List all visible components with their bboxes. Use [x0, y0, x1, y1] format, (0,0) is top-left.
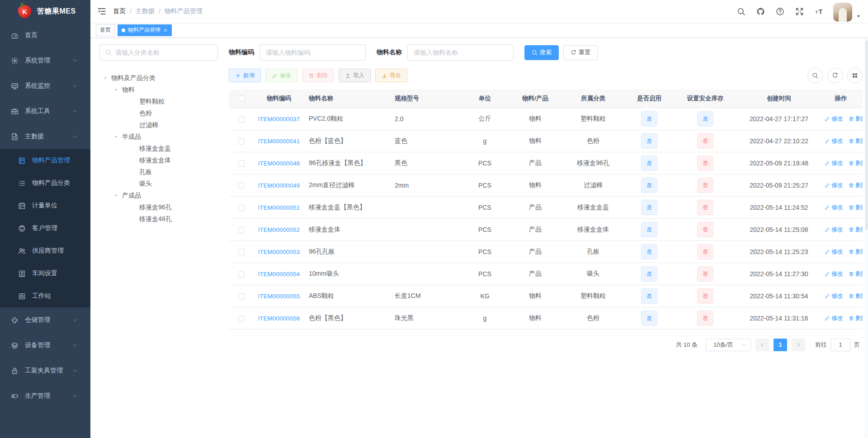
- tree-expand-icon[interactable]: [113, 134, 119, 140]
- row-delete-link[interactable]: 删除: [849, 248, 863, 256]
- github-icon[interactable]: [756, 7, 765, 16]
- breadcrumb-item[interactable]: 首页: [113, 7, 126, 15]
- prev-page-button[interactable]: [755, 339, 769, 351]
- row-edit-link[interactable]: 修改: [825, 270, 843, 278]
- row-checkbox[interactable]: [238, 160, 245, 167]
- row-delete-link[interactable]: 删除: [849, 181, 863, 189]
- tag-active[interactable]: 物料产品管理: [118, 24, 172, 36]
- row-delete-link[interactable]: 删除: [849, 115, 863, 123]
- sidebar-item-system-monitor[interactable]: 系统监控: [0, 73, 90, 99]
- tree-node[interactable]: 物料及产品分类: [99, 72, 218, 84]
- tree-node[interactable]: 塑料颗粒: [99, 96, 218, 108]
- reset-button[interactable]: 重置: [563, 45, 598, 60]
- row-delete-link[interactable]: 删除: [849, 270, 863, 278]
- user-menu[interactable]: [833, 1, 861, 22]
- import-button[interactable]: 导入: [339, 69, 371, 82]
- row-checkbox[interactable]: [238, 249, 245, 255]
- page-size-select[interactable]: 10条/页: [706, 339, 751, 351]
- material-code-link[interactable]: ITEM00000056: [258, 315, 300, 322]
- material-code-link[interactable]: ITEM00000052: [258, 226, 300, 233]
- hamburger-icon[interactable]: [97, 7, 106, 16]
- sidebar-item-workshop-settings[interactable]: 车间设置: [0, 262, 90, 285]
- material-code-link[interactable]: ITEM00000049: [258, 182, 300, 189]
- material-code-link[interactable]: ITEM00000046: [258, 160, 300, 167]
- material-code-input[interactable]: [259, 44, 366, 61]
- columns-button[interactable]: [847, 68, 863, 83]
- search-icon[interactable]: [737, 7, 745, 16]
- row-edit-link[interactable]: 修改: [825, 181, 843, 189]
- row-checkbox[interactable]: [238, 271, 245, 278]
- tree-expand-icon[interactable]: [113, 87, 119, 93]
- search-button[interactable]: 搜索: [524, 45, 559, 60]
- row-delete-link[interactable]: 删除: [849, 137, 863, 145]
- row-edit-link[interactable]: 修改: [825, 137, 843, 145]
- row-checkbox[interactable]: [238, 293, 245, 300]
- row-edit-link[interactable]: 修改: [825, 292, 843, 300]
- sidebar-item-workstation[interactable]: 工作站: [0, 285, 90, 307]
- tree-expand-icon[interactable]: [113, 193, 119, 199]
- next-page-button[interactable]: [792, 339, 805, 351]
- avatar[interactable]: [833, 3, 852, 22]
- sidebar-item-material-product-category[interactable]: 物料产品分类: [0, 172, 90, 194]
- row-delete-link[interactable]: 删除: [849, 314, 863, 322]
- sidebar-item-system-tools[interactable]: 系统工具: [0, 99, 90, 124]
- tree-node[interactable]: 移液盒96孔: [99, 202, 218, 213]
- tree-node[interactable]: 色粉: [99, 108, 218, 119]
- sidebar-item-supplier-management[interactable]: 供应商管理: [0, 240, 90, 262]
- tree-node[interactable]: 移液盒盒盖: [99, 143, 218, 155]
- tree-node[interactable]: 孔板: [99, 166, 218, 178]
- sidebar-item-master-data[interactable]: 主数据: [0, 124, 90, 149]
- sidebar-item-measurement-unit[interactable]: 计量单位: [0, 194, 90, 217]
- tree-expand-icon[interactable]: [102, 75, 108, 81]
- delete-button[interactable]: 删除: [302, 69, 334, 82]
- goto-page-input[interactable]: [830, 339, 850, 351]
- close-icon[interactable]: [163, 28, 168, 33]
- row-checkbox[interactable]: [238, 116, 245, 122]
- material-code-link[interactable]: ITEM00000041: [258, 138, 300, 145]
- material-code-link[interactable]: ITEM00000055: [258, 293, 300, 300]
- row-checkbox[interactable]: [238, 316, 245, 322]
- export-button[interactable]: 导出: [375, 69, 407, 82]
- sidebar-item-customer-management[interactable]: 客户管理: [0, 217, 90, 240]
- row-checkbox[interactable]: [238, 183, 245, 189]
- logo[interactable]: K 苦糖果MES: [0, 0, 90, 23]
- add-button[interactable]: 新增: [229, 69, 261, 82]
- scrollbar-thumb[interactable]: [865, 40, 868, 230]
- edit-button[interactable]: 修改: [265, 69, 297, 82]
- tag-item[interactable]: 首页: [96, 24, 115, 36]
- row-edit-link[interactable]: 修改: [825, 314, 843, 322]
- row-edit-link[interactable]: 修改: [825, 159, 843, 167]
- tree-node[interactable]: 移液盒48孔: [99, 213, 218, 225]
- tree-node[interactable]: 吸头: [99, 178, 218, 190]
- tree-search-input[interactable]: [115, 49, 212, 56]
- row-delete-link[interactable]: 删除: [849, 226, 863, 234]
- help-icon[interactable]: [776, 7, 784, 16]
- show-search-button[interactable]: [807, 68, 823, 83]
- row-delete-link[interactable]: 删除: [849, 159, 863, 167]
- sidebar-item-production-management[interactable]: 生产管理: [0, 383, 90, 409]
- row-delete-link[interactable]: 删除: [849, 292, 863, 300]
- row-delete-link[interactable]: 删除: [849, 203, 863, 212]
- sidebar-item-material-product-management[interactable]: 物料产品管理: [0, 149, 90, 172]
- material-code-link[interactable]: ITEM00000051: [258, 204, 300, 211]
- sidebar-item-fixture-management[interactable]: 工装夹具管理: [0, 358, 90, 383]
- row-edit-link[interactable]: 修改: [825, 203, 843, 212]
- material-name-input[interactable]: [407, 44, 514, 61]
- material-code-link[interactable]: ITEM00000054: [258, 271, 300, 278]
- tree-node[interactable]: 产成品: [99, 190, 218, 202]
- material-code-link[interactable]: ITEM00000037: [258, 116, 300, 122]
- row-edit-link[interactable]: 修改: [825, 226, 843, 234]
- sidebar-item-equipment-management[interactable]: 设备管理: [0, 333, 90, 358]
- row-checkbox[interactable]: [238, 205, 245, 211]
- row-edit-link[interactable]: 修改: [825, 115, 843, 123]
- sidebar-item-system-management[interactable]: 系统管理: [0, 48, 90, 73]
- select-all-checkbox[interactable]: [238, 95, 245, 102]
- tree-node[interactable]: 半成品: [99, 131, 218, 143]
- sidebar-item-home[interactable]: 首页: [0, 23, 90, 48]
- row-checkbox[interactable]: [238, 227, 245, 233]
- row-checkbox[interactable]: [238, 138, 245, 145]
- fullscreen-icon[interactable]: [795, 7, 804, 16]
- tree-node[interactable]: 物料: [99, 84, 218, 96]
- refresh-button[interactable]: [827, 68, 843, 83]
- page-number-1[interactable]: 1: [774, 339, 787, 351]
